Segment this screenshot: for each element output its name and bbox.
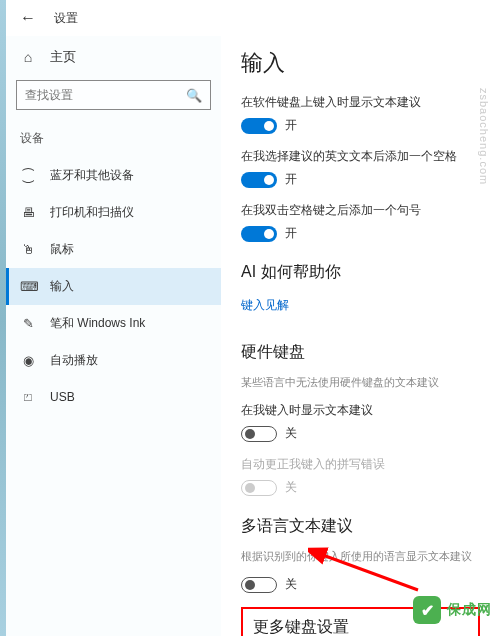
- main-content: 输入 在软件键盘上键入时显示文本建议 开 在我选择建议的英文文本后添加一个空格 …: [221, 36, 500, 636]
- toggle-switch[interactable]: [241, 226, 277, 242]
- toggle-text: 关: [285, 425, 297, 442]
- toggle-group: 关: [241, 479, 480, 496]
- toggle-group: 开: [241, 171, 480, 188]
- toggle-switch[interactable]: [241, 426, 277, 442]
- sidebar-section-label: 设备: [6, 124, 221, 157]
- sidebar-item-label: 输入: [50, 278, 74, 295]
- page-title: 输入: [241, 48, 480, 78]
- toggle-group: 关: [241, 425, 480, 442]
- search-icon: 🔍: [186, 88, 202, 103]
- logo-badge-icon: ✔: [413, 596, 441, 624]
- multilang-section-heading: 多语言文本建议: [241, 516, 480, 537]
- settings-window: ← 设置 ⌂ 主页 🔍 设备 ⁐ 蓝牙和其他设备 🖶 打印机和扫描仪 🖱: [6, 0, 500, 636]
- sidebar-item-autoplay[interactable]: ◉ 自动播放: [6, 342, 221, 379]
- setting-label: 在我双击空格键之后添加一个句号: [241, 202, 480, 219]
- toggle-text: 开: [285, 171, 297, 188]
- bluetooth-icon: ⁐: [20, 168, 36, 183]
- sidebar-item-label: 自动播放: [50, 352, 98, 369]
- search-box[interactable]: 🔍: [16, 80, 211, 110]
- setting-row: 在软件键盘上键入时显示文本建议 开: [241, 94, 480, 134]
- toggle-switch-disabled: [241, 480, 277, 496]
- setting-label: 在我键入时显示文本建议: [241, 402, 480, 419]
- sidebar-item-pen[interactable]: ✎ 笔和 Windows Ink: [6, 305, 221, 342]
- sidebar-item-bluetooth[interactable]: ⁐ 蓝牙和其他设备: [6, 157, 221, 194]
- sidebar-item-label: USB: [50, 390, 75, 404]
- autoplay-icon: ◉: [20, 353, 36, 368]
- printer-icon: 🖶: [20, 205, 36, 220]
- setting-row: 关: [241, 576, 480, 593]
- hw-section-heading: 硬件键盘: [241, 342, 480, 363]
- ai-section-heading: AI 如何帮助你: [241, 262, 480, 283]
- sidebar-item-mouse[interactable]: 🖱 鼠标: [6, 231, 221, 268]
- mouse-icon: 🖱: [20, 242, 36, 257]
- setting-row: 在我键入时显示文本建议 关: [241, 402, 480, 442]
- logo-brand-text: 保成网: [447, 601, 492, 619]
- sidebar: ⌂ 主页 🔍 设备 ⁐ 蓝牙和其他设备 🖶 打印机和扫描仪 🖱 鼠标 ⌨: [6, 36, 221, 636]
- toggle-group: 开: [241, 225, 480, 242]
- setting-label: 在我选择建议的英文文本后添加一个空格: [241, 148, 480, 165]
- back-button[interactable]: ←: [18, 9, 38, 27]
- sidebar-item-label: 笔和 Windows Ink: [50, 315, 145, 332]
- search-input[interactable]: [25, 88, 186, 102]
- setting-label: 在软件键盘上键入时显示文本建议: [241, 94, 480, 111]
- setting-row: 在我选择建议的英文文本后添加一个空格 开: [241, 148, 480, 188]
- pen-icon: ✎: [20, 316, 36, 331]
- window-header: ← 设置: [6, 0, 500, 36]
- toggle-text: 开: [285, 225, 297, 242]
- toggle-group: 关: [241, 576, 480, 593]
- multilang-subtext: 根据识别到的你键入所使用的语言显示文本建议: [241, 549, 480, 564]
- sidebar-item-printers[interactable]: 🖶 打印机和扫描仪: [6, 194, 221, 231]
- sidebar-home[interactable]: ⌂ 主页: [6, 40, 221, 74]
- toggle-group: 开: [241, 117, 480, 134]
- setting-label: 自动更正我键入的拼写错误: [241, 456, 480, 473]
- toggle-switch[interactable]: [241, 118, 277, 134]
- toggle-text: 关: [285, 479, 297, 496]
- watermark-logo: ✔ 保成网: [413, 596, 492, 624]
- content-wrap: ⌂ 主页 🔍 设备 ⁐ 蓝牙和其他设备 🖶 打印机和扫描仪 🖱 鼠标 ⌨: [6, 36, 500, 636]
- hw-subtext: 某些语言中无法使用硬件键盘的文本建议: [241, 375, 480, 390]
- header-title: 设置: [54, 10, 78, 27]
- setting-row: 在我双击空格键之后添加一个句号 开: [241, 202, 480, 242]
- home-icon: ⌂: [20, 49, 36, 65]
- sidebar-item-typing[interactable]: ⌨ 输入: [6, 268, 221, 305]
- toggle-switch[interactable]: [241, 172, 277, 188]
- home-label: 主页: [50, 48, 76, 66]
- sidebar-item-usb[interactable]: ⏍ USB: [6, 379, 221, 414]
- keyboard-icon: ⌨: [20, 279, 36, 294]
- toggle-text: 开: [285, 117, 297, 134]
- sidebar-item-label: 蓝牙和其他设备: [50, 167, 134, 184]
- setting-row: 自动更正我键入的拼写错误 关: [241, 456, 480, 496]
- typing-insights-link[interactable]: 键入见解: [241, 297, 289, 314]
- toggle-text: 关: [285, 576, 297, 593]
- sidebar-item-label: 鼠标: [50, 241, 74, 258]
- usb-icon: ⏍: [20, 389, 36, 404]
- sidebar-item-label: 打印机和扫描仪: [50, 204, 134, 221]
- toggle-switch[interactable]: [241, 577, 277, 593]
